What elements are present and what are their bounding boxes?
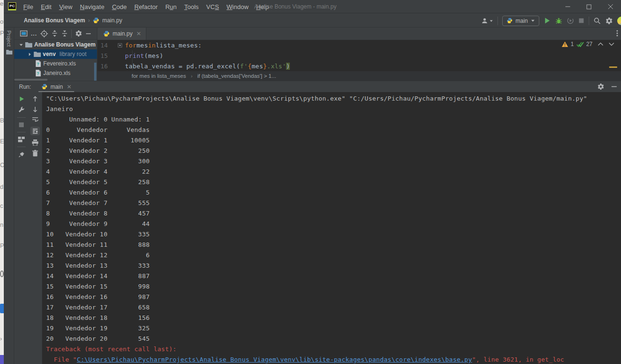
- run-tool-window: Run: main ✕: [14, 81, 621, 364]
- divider: [17, 132, 26, 132]
- console-line: Unnamed: 0 Unnamed: 1: [46, 114, 621, 125]
- line-number: 16: [97, 63, 115, 70]
- collapse-all-button[interactable]: [61, 30, 68, 37]
- tree-item-janeiro[interactable]: ? Janeiro.xls: [14, 68, 97, 78]
- breadcrumb-project[interactable]: Analise Bonus Viagem: [24, 17, 85, 24]
- printer-icon: [32, 140, 38, 146]
- menu-bar: FileEditViewNavigateCodeRefactorRunTools…: [19, 0, 273, 13]
- tab-options-button[interactable]: [616, 29, 618, 37]
- gear-icon: [75, 30, 82, 37]
- pin-tab-button[interactable]: [19, 151, 25, 158]
- next-problem-icon[interactable]: [609, 42, 614, 46]
- bg-text-fragment: B: [0, 117, 4, 124]
- code-token: .xls': [267, 63, 286, 70]
- window-title: Analise Bonus Viagem - main.py: [254, 3, 336, 10]
- tab-main-py[interactable]: main.py ✕: [97, 28, 146, 40]
- down-stacktrace-button[interactable]: [32, 106, 38, 112]
- minimize-button[interactable]: [557, 0, 578, 13]
- soft-wrap-button[interactable]: [32, 117, 38, 122]
- run-with-coverage-button[interactable]: [567, 17, 574, 24]
- code-editor[interactable]: 14for mes in lista_meses:15 print(mes)16…: [97, 40, 621, 71]
- menu-file[interactable]: File: [19, 3, 37, 10]
- run-tab-label: main: [50, 84, 63, 90]
- python-icon: [103, 30, 110, 37]
- main-toolbar: main: [481, 14, 621, 28]
- project-tool-button[interactable]: Project: [4, 30, 14, 55]
- svg-text:?: ?: [37, 62, 39, 66]
- warning-stripe-mark[interactable]: [609, 66, 617, 68]
- chevron-right-icon: ›: [191, 73, 192, 79]
- tree-item-project-root[interactable]: Analise Bonus Viagem: [14, 40, 97, 49]
- locate-button[interactable]: [40, 30, 48, 37]
- menu-window[interactable]: Window: [223, 3, 252, 10]
- breadcrumb-scope[interactable]: for mes in lista_meses: [132, 73, 186, 79]
- inspections-widget[interactable]: 1 27: [562, 41, 614, 47]
- bg-text-fragment: n: [0, 221, 4, 228]
- code-token: for: [125, 42, 136, 49]
- fold-marker[interactable]: [115, 43, 125, 47]
- menu-vcs[interactable]: VCS: [202, 3, 223, 10]
- menu-code[interactable]: Code: [108, 3, 131, 10]
- run-configuration-select[interactable]: main: [502, 16, 539, 26]
- debug-button[interactable]: [555, 17, 563, 25]
- code-token: ): [286, 63, 290, 70]
- close-tab-icon[interactable]: ✕: [136, 30, 141, 37]
- menu-edit[interactable]: Edit: [37, 3, 55, 10]
- menu-refactor[interactable]: Refactor: [131, 3, 162, 10]
- breadcrumb-scope[interactable]: if (tabela_vendas['Vendas'] > 1...: [197, 73, 276, 79]
- chevron-down-icon: [489, 19, 493, 23]
- project-settings-button[interactable]: [75, 30, 82, 37]
- bg-purple-block: [0, 355, 4, 364]
- menu-tools[interactable]: Tools: [181, 3, 202, 10]
- bg-text-fragment: C: [0, 161, 4, 168]
- maximize-button[interactable]: [578, 0, 600, 13]
- tree-scrollbar[interactable]: [94, 63, 96, 82]
- traceback-file-link[interactable]: C:\Users\Pichau\PycharmProjects\Analise …: [77, 356, 472, 363]
- menu-run[interactable]: Run: [162, 3, 181, 10]
- close-button[interactable]: [600, 0, 621, 13]
- console-line: 19 Vendedor 19 325: [46, 323, 621, 334]
- stop-button[interactable]: [578, 18, 584, 24]
- console-line: 17 Vendedor 17 658: [46, 302, 621, 313]
- tree-item-fevereiro[interactable]: ? Fevereiro.xls: [14, 59, 97, 68]
- rerun-button[interactable]: [19, 96, 25, 102]
- scroll-to-end-button[interactable]: [30, 127, 40, 135]
- settings-button[interactable]: [605, 17, 613, 25]
- console-error-line: Traceback (most recent call last):: [46, 344, 621, 355]
- line-number: 14: [97, 42, 115, 49]
- search-everywhere-button[interactable]: [593, 17, 601, 25]
- stop-button[interactable]: [19, 122, 24, 128]
- close-tab-icon[interactable]: ✕: [67, 84, 71, 90]
- hide-panel-icon[interactable]: [611, 84, 617, 90]
- clear-console-button[interactable]: [32, 150, 38, 157]
- code-line: 15 print(mes): [97, 50, 621, 61]
- profile-button[interactable]: [481, 17, 493, 25]
- edit-configuration-button[interactable]: [18, 106, 25, 113]
- plugin-icon[interactable]: [617, 17, 621, 25]
- hide-panel-button[interactable]: [86, 31, 91, 37]
- breadcrumb-file[interactable]: main.py: [102, 17, 122, 24]
- bg-text-fragment: ›: [0, 335, 4, 342]
- run-button[interactable]: [544, 17, 551, 24]
- code-token: print: [125, 52, 144, 59]
- up-stacktrace-button[interactable]: [32, 96, 38, 102]
- run-tab-main[interactable]: main ✕: [38, 81, 74, 92]
- console-line: 10 Vendedor 10 335: [46, 229, 621, 240]
- menu-navigate[interactable]: Navigate: [76, 3, 108, 10]
- more-options-icon[interactable]: ...: [31, 30, 37, 37]
- code-token: }: [263, 63, 267, 70]
- prev-problem-icon[interactable]: [598, 42, 603, 46]
- bg-text-fragment: P: [0, 29, 4, 37]
- expand-all-button[interactable]: [51, 30, 58, 37]
- gear-icon[interactable]: [597, 83, 604, 90]
- menu-view[interactable]: View: [55, 3, 76, 10]
- select-opened-file-button[interactable]: [20, 30, 28, 37]
- bg-text-fragment: e: [0, 0, 4, 7]
- restore-layout-button[interactable]: [18, 137, 25, 142]
- print-button[interactable]: [32, 140, 38, 146]
- divider: [17, 147, 26, 147]
- tree-item-venv[interactable]: venv library root: [14, 49, 97, 59]
- run-console[interactable]: "C:\Users\Pichau\PycharmProjects\Analise…: [42, 92, 621, 364]
- check-icon: [576, 41, 584, 47]
- project-panel: ... Analise Bonus Viagem venv l: [14, 28, 97, 81]
